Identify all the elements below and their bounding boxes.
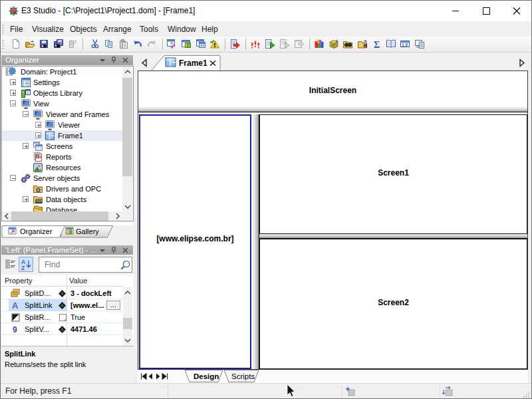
svg-text:B: B xyxy=(364,43,368,49)
svg-text:1.0: 1.0 xyxy=(402,43,408,47)
svg-text:Σ: Σ xyxy=(374,40,380,50)
svg-text:+: + xyxy=(7,259,9,263)
svg-text:9: 9 xyxy=(13,325,17,334)
svg-text:+: + xyxy=(7,264,9,268)
svg-text:(5: (5 xyxy=(73,40,77,44)
svg-text:Design: Design xyxy=(194,372,219,380)
svg-text:Frame1: Frame1 xyxy=(179,59,207,68)
svg-text:A: A xyxy=(12,301,19,310)
svg-text:Organizer: Organizer xyxy=(20,227,53,235)
svg-text:Gallery: Gallery xyxy=(76,227,99,235)
svg-text:010: 010 xyxy=(37,200,42,203)
svg-text:Scripts: Scripts xyxy=(231,372,255,380)
svg-text:Z: Z xyxy=(21,265,25,271)
